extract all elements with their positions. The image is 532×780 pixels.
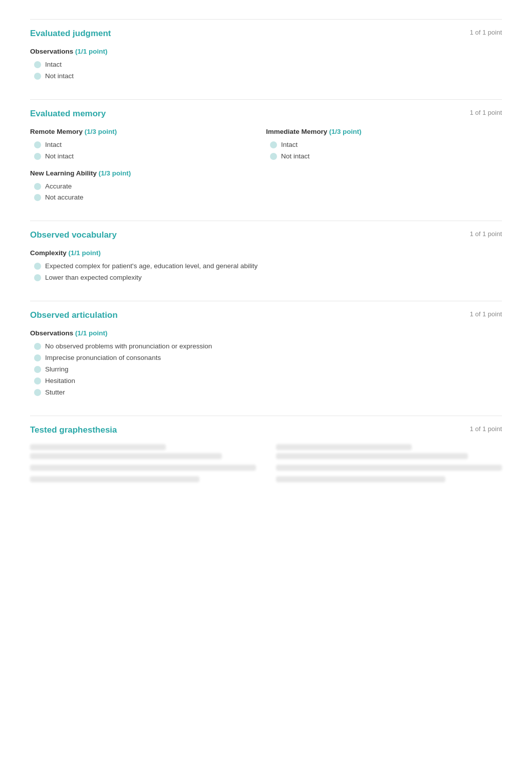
radio-item-complexity-0[interactable]: Expected complex for patient's age, educ… bbox=[34, 262, 502, 271]
blur-option-line bbox=[276, 465, 502, 471]
radio-item-observations-articulation-2[interactable]: Slurring bbox=[34, 365, 502, 374]
radio-item-remote-memory-1[interactable]: Not intact bbox=[34, 152, 266, 161]
subsection-title-observations-articulation: Observations (1/1 point) bbox=[30, 329, 502, 337]
radio-dot bbox=[34, 377, 41, 384]
blurred-content-graphesthesia bbox=[30, 444, 502, 489]
radio-dot bbox=[34, 343, 41, 350]
subsection-points-immediate-memory: (1/3 point) bbox=[329, 128, 362, 135]
radio-item-complexity-1[interactable]: Lower than expected complexity bbox=[34, 273, 502, 283]
section-evaluated-memory: Evaluated memory1 of 1 pointRemote Memor… bbox=[30, 99, 502, 216]
radio-group-observations-judgment: IntactNot intact bbox=[30, 60, 502, 81]
subsection-title-observations-judgment: Observations (1/1 point) bbox=[30, 48, 502, 55]
radio-item-observations-articulation-4[interactable]: Stutter bbox=[34, 388, 502, 398]
subsection-new-learning: New Learning Ability (1/3 point)Accurate… bbox=[30, 169, 502, 203]
radio-group-remote-memory: IntactNot intact bbox=[30, 140, 266, 161]
blurred-block-0 bbox=[30, 444, 256, 489]
subsection-points-observations-articulation: (1/1 point) bbox=[75, 329, 108, 337]
subsection-remote-memory: Remote Memory (1/3 point)IntactNot intac… bbox=[30, 128, 266, 161]
radio-group-immediate-memory: IntactNot intact bbox=[266, 140, 502, 161]
subsection-points-new-learning: (1/3 point) bbox=[99, 169, 131, 177]
blur-title-line bbox=[30, 444, 166, 450]
radio-dot bbox=[34, 73, 41, 80]
radio-dot bbox=[34, 274, 41, 281]
radio-item-new-learning-0[interactable]: Accurate bbox=[34, 182, 502, 191]
radio-dot bbox=[34, 141, 41, 148]
two-col-subsections: Remote Memory (1/3 point)IntactNot intac… bbox=[30, 128, 502, 169]
section-observed-articulation: Observed articulation1 of 1 pointObserva… bbox=[30, 301, 502, 410]
blur-title-line bbox=[276, 444, 412, 450]
radio-dot bbox=[34, 354, 41, 361]
radio-label: Slurring bbox=[45, 365, 69, 374]
radio-dot bbox=[34, 263, 41, 270]
radio-item-remote-memory-0[interactable]: Intact bbox=[34, 140, 266, 150]
radio-item-immediate-memory-0[interactable]: Intact bbox=[270, 140, 502, 150]
subsection-points-complexity: (1/1 point) bbox=[69, 249, 101, 257]
radio-item-new-learning-1[interactable]: Not accurate bbox=[34, 193, 502, 203]
section-title-evaluated-memory: Evaluated memory bbox=[30, 109, 106, 119]
radio-dot bbox=[270, 141, 277, 148]
section-title-observed-vocabulary: Observed vocabulary bbox=[30, 230, 117, 240]
radio-label: Intact bbox=[281, 140, 298, 150]
section-title-tested-graphesthesia: Tested graphesthesia bbox=[30, 425, 117, 435]
subsection-points-remote-memory: (1/3 point) bbox=[85, 128, 117, 135]
section-header-tested-graphesthesia: Tested graphesthesia1 of 1 point bbox=[30, 425, 502, 435]
radio-dot bbox=[34, 366, 41, 373]
radio-label: Not accurate bbox=[45, 193, 84, 203]
radio-item-observations-articulation-3[interactable]: Hesitation bbox=[34, 376, 502, 386]
radio-dot bbox=[34, 389, 41, 396]
radio-label: Hesitation bbox=[45, 376, 75, 386]
subsection-title-new-learning: New Learning Ability (1/3 point) bbox=[30, 169, 502, 177]
radio-dot bbox=[34, 194, 41, 201]
subsection-immediate-memory: Immediate Memory (1/3 point)IntactNot in… bbox=[266, 128, 502, 161]
subsection-title-immediate-memory: Immediate Memory (1/3 point) bbox=[266, 128, 502, 135]
blurred-block-1 bbox=[276, 444, 502, 489]
radio-label: No observed problems with pronunciation … bbox=[45, 342, 212, 351]
section-evaluated-judgment: Evaluated judgment1 of 1 pointObservatio… bbox=[30, 19, 502, 94]
radio-dot bbox=[34, 183, 41, 190]
radio-label: Imprecise pronunciation of consonants bbox=[45, 353, 161, 363]
subsection-title-remote-memory: Remote Memory (1/3 point) bbox=[30, 128, 266, 135]
radio-group-complexity: Expected complex for patient's age, educ… bbox=[30, 262, 502, 283]
radio-item-observations-judgment-0[interactable]: Intact bbox=[34, 60, 502, 70]
radio-dot bbox=[34, 61, 41, 68]
blur-option-line bbox=[276, 476, 445, 482]
radio-group-new-learning: AccurateNot accurate bbox=[30, 182, 502, 203]
blur-options-group bbox=[30, 453, 256, 485]
section-points-observed-vocabulary: 1 of 1 point bbox=[470, 230, 502, 238]
section-points-evaluated-memory: 1 of 1 point bbox=[470, 109, 502, 116]
blur-options-group bbox=[276, 453, 502, 485]
radio-group-observations-articulation: No observed problems with pronunciation … bbox=[30, 342, 502, 397]
blur-option-line bbox=[30, 476, 199, 482]
section-observed-vocabulary: Observed vocabulary1 of 1 pointComplexit… bbox=[30, 221, 502, 296]
radio-label: Lower than expected complexity bbox=[45, 273, 142, 283]
radio-label: Stutter bbox=[45, 388, 65, 398]
blur-option-line bbox=[30, 453, 222, 459]
section-points-evaluated-judgment: 1 of 1 point bbox=[470, 29, 502, 36]
subsection-points-observations-judgment: (1/1 point) bbox=[75, 48, 108, 55]
radio-label: Accurate bbox=[45, 182, 72, 191]
section-points-observed-articulation: 1 of 1 point bbox=[470, 310, 502, 318]
subsection-complexity: Complexity (1/1 point)Expected complex f… bbox=[30, 249, 502, 283]
radio-item-observations-articulation-0[interactable]: No observed problems with pronunciation … bbox=[34, 342, 502, 351]
radio-dot bbox=[270, 153, 277, 160]
subsection-observations-articulation: Observations (1/1 point)No observed prob… bbox=[30, 329, 502, 397]
section-points-tested-graphesthesia: 1 of 1 point bbox=[470, 425, 502, 433]
radio-label: Expected complex for patient's age, educ… bbox=[45, 262, 257, 271]
blur-option-line bbox=[30, 465, 256, 471]
radio-item-observations-articulation-1[interactable]: Imprecise pronunciation of consonants bbox=[34, 353, 502, 363]
radio-item-observations-judgment-1[interactable]: Not intact bbox=[34, 72, 502, 81]
section-header-evaluated-judgment: Evaluated judgment1 of 1 point bbox=[30, 29, 502, 39]
section-title-observed-articulation: Observed articulation bbox=[30, 310, 118, 320]
radio-item-immediate-memory-1[interactable]: Not intact bbox=[270, 152, 502, 161]
section-title-evaluated-judgment: Evaluated judgment bbox=[30, 29, 111, 39]
section-tested-graphesthesia: Tested graphesthesia1 of 1 point bbox=[30, 416, 502, 494]
radio-label: Not intact bbox=[45, 72, 74, 81]
subsection-title-complexity: Complexity (1/1 point) bbox=[30, 249, 502, 257]
section-header-evaluated-memory: Evaluated memory1 of 1 point bbox=[30, 109, 502, 119]
section-header-observed-articulation: Observed articulation1 of 1 point bbox=[30, 310, 502, 320]
radio-dot bbox=[34, 153, 41, 160]
section-header-observed-vocabulary: Observed vocabulary1 of 1 point bbox=[30, 230, 502, 240]
radio-label: Intact bbox=[45, 140, 62, 150]
subsection-observations-judgment: Observations (1/1 point)IntactNot intact bbox=[30, 48, 502, 81]
radio-label: Not intact bbox=[45, 152, 74, 161]
